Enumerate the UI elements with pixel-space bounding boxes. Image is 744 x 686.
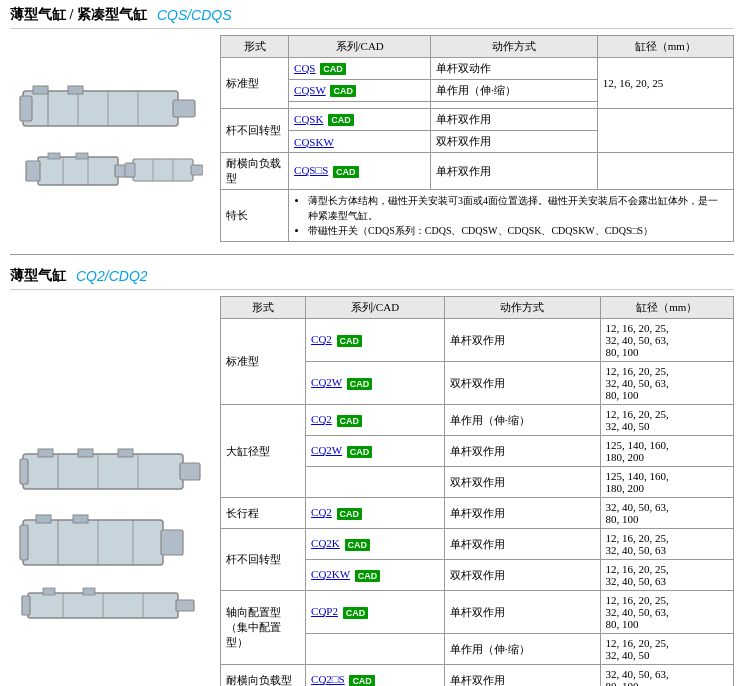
section2-images bbox=[10, 296, 210, 686]
col-header-action: 动作方式 bbox=[444, 297, 600, 319]
series-cell: CQ2W CAD bbox=[306, 436, 445, 467]
series-cell: CQ2KW CAD bbox=[306, 560, 445, 591]
action-cell: 单杆双作用 bbox=[444, 498, 600, 529]
action-cell: 双杆双作用 bbox=[444, 362, 600, 405]
cad-badge[interactable]: CAD bbox=[343, 607, 369, 619]
section-cqs: 薄型气缸 / 紧凑型气缸 CQS/CDQS bbox=[0, 0, 744, 248]
series-link-cq2-ls[interactable]: CQ2 bbox=[311, 506, 332, 518]
series-link-cq2k[interactable]: CQ2K bbox=[311, 537, 340, 549]
section2-table: 形式 系列/CAD 动作方式 缸径（mm） 标准型 CQ2 CAD 单 bbox=[220, 296, 734, 686]
cad-badge[interactable]: CAD bbox=[320, 63, 346, 75]
cad-badge[interactable]: CAD bbox=[345, 539, 371, 551]
svg-rect-27 bbox=[38, 449, 53, 457]
action-cell: 单作用（伸·缩） bbox=[444, 405, 600, 436]
cad-badge[interactable]: CAD bbox=[347, 446, 373, 458]
action-cell: 单杆双作用 bbox=[444, 436, 600, 467]
svg-rect-36 bbox=[36, 515, 51, 523]
svg-rect-1 bbox=[173, 100, 195, 117]
cad-badge[interactable]: CAD bbox=[337, 508, 363, 520]
series-link-cq2s[interactable]: CQ2□S bbox=[311, 673, 345, 685]
svg-rect-32 bbox=[20, 525, 28, 560]
bore-cell: 125, 140, 160,180, 200 bbox=[600, 467, 733, 498]
table-row: 长行程 CQ2 CAD 单杆双作用 32, 40, 50, 63,80, 100 bbox=[221, 498, 734, 529]
section1-title-en: CQS/CDQS bbox=[157, 7, 232, 23]
series-link-cqskw[interactable]: CQSKW bbox=[294, 136, 334, 148]
series-link-cqp2[interactable]: CQP2 bbox=[311, 605, 338, 617]
cad-badge[interactable]: CAD bbox=[337, 415, 363, 427]
col-header-action: 动作方式 bbox=[431, 36, 598, 58]
type-cell: 大缸径型 bbox=[221, 405, 306, 498]
svg-rect-8 bbox=[68, 86, 83, 94]
table-row: 耐横向负载型 CQ2□S CAD 单杆双作用 32, 40, 50, 63,80… bbox=[221, 665, 734, 687]
series-cell: CQSW CAD bbox=[289, 80, 431, 102]
series-link-cqs[interactable]: CQS bbox=[294, 62, 315, 74]
action-cell: 单杆双作用 bbox=[444, 665, 600, 687]
note-cell: 薄型长方体结构，磁性开关安装可3面或4面位置选择。磁性开关安装后不会露出缸体外，… bbox=[289, 190, 734, 242]
bore-cell: 125, 140, 160,180, 200 bbox=[600, 436, 733, 467]
type-cell: 标准型 bbox=[221, 319, 306, 405]
series-link-cqsk[interactable]: CQSK bbox=[294, 113, 323, 125]
col-header-series: 系列/CAD bbox=[306, 297, 445, 319]
series-cell: CQSKW bbox=[289, 131, 431, 153]
svg-rect-17 bbox=[191, 165, 203, 175]
type-cell: 标准型 bbox=[221, 58, 289, 109]
cylinder-img-2 bbox=[18, 147, 203, 202]
table-row: 标准型 CQ2 CAD 单杆双作用 12, 16, 20, 25,32, 40,… bbox=[221, 319, 734, 362]
series-cell: CQSK CAD bbox=[289, 109, 431, 131]
action-cell: 单杆双作用 bbox=[431, 109, 598, 131]
svg-rect-15 bbox=[76, 153, 88, 159]
cad-badge[interactable]: CAD bbox=[328, 114, 354, 126]
series-link-cq2w-2[interactable]: CQ2W bbox=[311, 444, 342, 456]
bore-cell: 12, 16, 20, 25,32, 40, 50 bbox=[600, 634, 733, 665]
series-link-cq2[interactable]: CQ2 bbox=[311, 333, 332, 345]
table-row: 标准型 CQS CAD 单杆双动作 12, 16, 20, 25 bbox=[221, 58, 734, 80]
section2-title-en: CQ2/CDQ2 bbox=[76, 268, 148, 284]
cad-badge[interactable]: CAD bbox=[333, 166, 359, 178]
action-cell: 双杆双作用 bbox=[444, 467, 600, 498]
section1-title-cn: 薄型气缸 / 紧凑型气缸 bbox=[10, 6, 147, 24]
series-cell bbox=[306, 467, 445, 498]
col-header-bore: 缸径（mm） bbox=[597, 36, 733, 58]
section1-images bbox=[10, 35, 210, 242]
type-cell: 耐横向负载型 bbox=[221, 153, 289, 190]
bore-cell: 12, 16, 20, 25,32, 40, 50, 63,80, 100 bbox=[600, 362, 733, 405]
bore-cell: 12, 16, 20, 25,32, 40, 50, 63,80, 100 bbox=[600, 319, 733, 362]
svg-rect-44 bbox=[43, 588, 55, 595]
action-cell: 单作用（伸·缩） bbox=[444, 634, 600, 665]
cad-badge[interactable]: CAD bbox=[347, 378, 373, 390]
cad-badge[interactable]: CAD bbox=[330, 85, 356, 97]
cad-badge[interactable]: CAD bbox=[337, 335, 363, 347]
series-cell: CQS□S CAD bbox=[289, 153, 431, 190]
action-cell: 单杆双作用 bbox=[444, 319, 600, 362]
series-cell: CQ2W CAD bbox=[306, 362, 445, 405]
col-header-type: 形式 bbox=[221, 297, 306, 319]
section1-content: 形式 系列/CAD 动作方式 缸径（mm） 标准型 CQS CAD 单 bbox=[10, 35, 734, 242]
series-link-cqsw[interactable]: CQSW bbox=[294, 84, 326, 96]
bore-cell: 12, 16, 20, 25 bbox=[597, 58, 733, 109]
series-cell bbox=[289, 102, 431, 109]
action-cell: 单作用（伸·缩） bbox=[431, 80, 598, 102]
series-cell: CQ2 CAD bbox=[306, 405, 445, 436]
series-link-cq2-2[interactable]: CQ2 bbox=[311, 413, 332, 425]
cad-badge[interactable]: CAD bbox=[355, 570, 381, 582]
series-link-cq2kw[interactable]: CQ2KW bbox=[311, 568, 350, 580]
bore-cell: 12, 16, 20, 25,32, 40, 50, 63 bbox=[600, 560, 733, 591]
table-row: 大缸径型 CQ2 CAD 单作用（伸·缩） 12, 16, 20, 25,32,… bbox=[221, 405, 734, 436]
series-cell bbox=[306, 634, 445, 665]
svg-rect-28 bbox=[78, 449, 93, 457]
bore-cell: 12, 16, 20, 25,32, 40, 50 bbox=[600, 405, 733, 436]
type-cell: 杆不回转型 bbox=[221, 109, 289, 153]
series-link-cqss[interactable]: CQS□S bbox=[294, 164, 328, 176]
bore-cell: 32, 40, 50, 63,80, 100 bbox=[600, 665, 733, 687]
cad-badge[interactable]: CAD bbox=[349, 675, 375, 686]
section2-header: 薄型气缸 CQ2/CDQ2 bbox=[10, 267, 734, 290]
series-cell: CQ2K CAD bbox=[306, 529, 445, 560]
svg-rect-9 bbox=[38, 157, 118, 185]
type-cell: 杆不回转型 bbox=[221, 529, 306, 591]
series-link-cq2w[interactable]: CQ2W bbox=[311, 376, 342, 388]
table-row: 耐横向负载型 CQS□S CAD 单杆双作用 bbox=[221, 153, 734, 190]
cylinder-img-cq2-1 bbox=[18, 439, 203, 504]
svg-rect-16 bbox=[133, 159, 193, 181]
series-cell: CQ2 CAD bbox=[306, 319, 445, 362]
action-cell: 双杆双作用 bbox=[444, 560, 600, 591]
